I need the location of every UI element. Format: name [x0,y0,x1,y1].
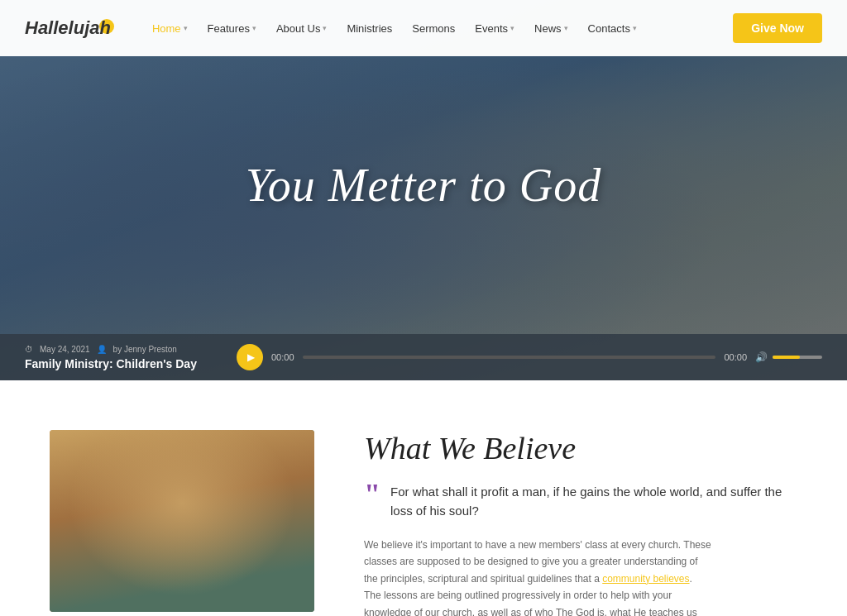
volume-control: 🔊 [755,351,822,363]
chevron-down-icon: ▾ [252,24,256,32]
nav-links: Home▾Features▾About Us▾MinistriesSermons… [144,17,733,40]
audio-author: by Jenny Preston [113,345,177,354]
chevron-down-icon: ▾ [184,24,188,32]
play-button[interactable]: ▶ [237,344,263,370]
audio-player-bar: ⏱ May 24, 2021 👤 by Jenny Preston Family… [0,334,847,380]
chevron-down-icon: ▾ [510,24,514,32]
audio-time-end: 00:00 [724,352,747,362]
audio-date-author: ⏱ May 24, 2021 👤 by Jenny Preston [25,345,223,354]
hero-section: You Metter to God ⏱ May 24, 2021 👤 by Je… [0,0,847,380]
section-title: What We Believe [364,430,797,466]
lower-image [50,430,314,612]
nav-item-about-us[interactable]: About Us▾ [268,17,335,40]
user-icon: 👤 [97,345,107,354]
volume-bar[interactable] [773,356,822,359]
lower-section: What We Believe " For what shall it prof… [0,380,847,616]
hero-title: You Metter to God [246,159,601,212]
chevron-down-icon: ▾ [323,24,327,32]
quote-text: For what shall it profit a man, if he ga… [390,483,797,520]
audio-controls: ▶ 00:00 00:00 🔊 [237,344,822,370]
volume-fill [773,356,800,359]
play-icon: ▶ [247,351,255,363]
nav-item-events[interactable]: Events▾ [467,17,523,40]
chevron-down-icon: ▾ [564,24,568,32]
nav-item-sermons[interactable]: Sermons [404,17,463,40]
audio-time-start: 00:00 [271,352,294,362]
nav-item-features[interactable]: Features▾ [199,17,265,40]
nav-item-news[interactable]: News▾ [526,17,577,40]
lower-image-sim [50,430,314,612]
nav-item-home[interactable]: Home▾ [144,17,196,40]
community-link[interactable]: community believes [602,573,689,585]
volume-icon: 🔊 [755,351,768,363]
nav-item-ministries[interactable]: Ministries [338,17,400,40]
lower-content: What We Believe " For what shall it prof… [364,430,797,616]
chevron-down-icon: ▾ [633,24,637,32]
audio-date: May 24, 2021 [40,345,90,354]
logo-text: Hallelujah [25,17,111,38]
quote-block: " For what shall it profit a man, if he … [364,483,797,520]
audio-meta: ⏱ May 24, 2021 👤 by Jenny Preston Family… [25,345,223,370]
logo[interactable]: Hallelujah [25,17,111,39]
navbar: Hallelujah Home▾Features▾About Us▾Minist… [0,0,847,56]
give-now-button[interactable]: Give Now [733,13,822,43]
clock-icon: ⏱ [25,345,33,354]
body-text: We believe it's important to have a new … [364,537,711,616]
nav-item-contacts[interactable]: Contacts▾ [580,17,645,40]
audio-progress-track[interactable] [303,356,716,359]
quote-mark: " [364,480,380,509]
audio-sermon-title: Family Ministry: Children's Day [25,357,223,370]
hero-content: You Metter to God [246,159,601,212]
